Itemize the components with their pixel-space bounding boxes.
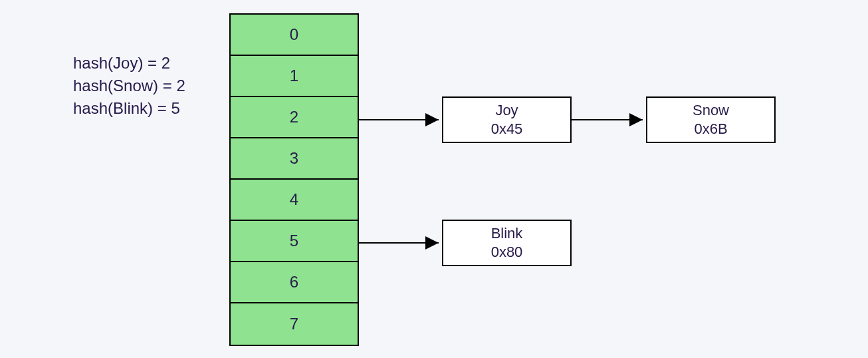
hash-eq-1: hash(Snow) = 2 [73, 75, 185, 97]
node-joy-name: Joy [495, 101, 518, 120]
hash-eq-2: hash(Blink) = 5 [73, 97, 185, 120]
hash-equations: hash(Joy) = 2 hash(Snow) = 2 hash(Blink)… [73, 52, 185, 120]
hash-eq-0: hash(Joy) = 2 [73, 52, 185, 75]
bucket-6: 6 [231, 262, 358, 303]
node-snow-addr: 0x6B [694, 120, 727, 138]
node-snow-name: Snow [693, 101, 729, 120]
node-blink: Blink 0x80 [442, 220, 572, 266]
node-joy-addr: 0x45 [491, 120, 523, 138]
node-blink-addr: 0x80 [491, 243, 523, 262]
bucket-0: 0 [231, 15, 358, 56]
bucket-3: 3 [231, 138, 358, 180]
hash-bucket-table: 0 1 2 3 4 5 6 7 [229, 13, 359, 346]
node-snow: Snow 0x6B [646, 96, 776, 143]
bucket-7: 7 [231, 303, 358, 345]
bucket-2: 2 [231, 97, 358, 138]
bucket-1: 1 [231, 56, 358, 97]
bucket-4: 4 [231, 180, 358, 221]
node-joy: Joy 0x45 [442, 96, 572, 143]
node-blink-name: Blink [491, 224, 523, 243]
bucket-5: 5 [231, 221, 358, 262]
